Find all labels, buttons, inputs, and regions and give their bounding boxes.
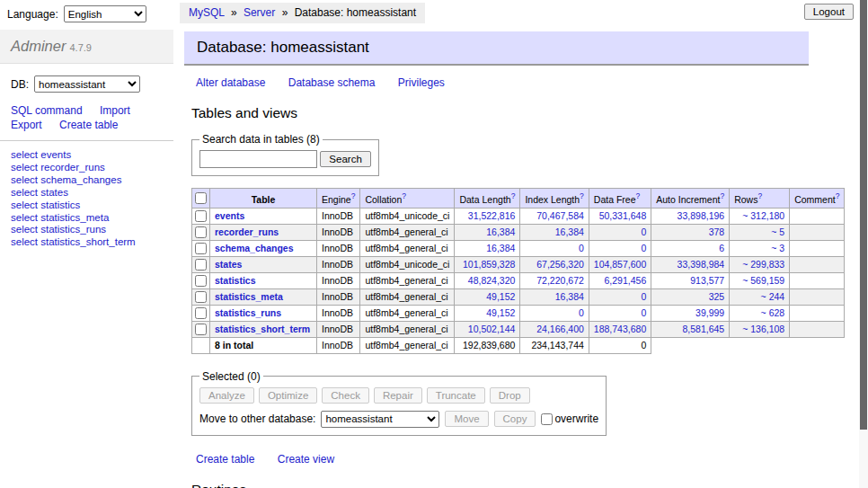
row-checkbox[interactable]	[195, 259, 207, 271]
search-button[interactable]: Search	[320, 151, 370, 167]
data-length-link[interactable]: 16,384	[486, 243, 515, 253]
rows-count-link[interactable]: ~ 3	[771, 243, 784, 253]
auto-increment-link[interactable]: 325	[709, 291, 725, 302]
auto-increment-link[interactable]: 39,999	[695, 307, 724, 318]
index-length-link[interactable]: 70,467,584	[536, 210, 584, 221]
help-link[interactable]: ?	[836, 191, 840, 200]
row-checkbox[interactable]	[195, 291, 207, 303]
data-free-link[interactable]: 188,743,680	[594, 324, 646, 334]
data-free-link[interactable]: 0	[641, 226, 646, 237]
help-link[interactable]: ?	[351, 191, 356, 200]
overwrite-checkbox[interactable]	[541, 413, 553, 425]
auto-increment-link[interactable]: 6	[719, 243, 724, 253]
table-structure-link[interactable]: schema_changes	[40, 174, 121, 185]
data-free-link[interactable]: 0	[641, 243, 646, 253]
select-table-link[interactable]: select	[11, 187, 38, 198]
table-structure-link[interactable]: statistics	[40, 200, 80, 210]
rows-count-link[interactable]: ~ 628	[761, 307, 785, 318]
table-structure-link[interactable]: statistics_runs	[40, 224, 106, 235]
sidebar-action-link[interactable]: SQL command	[11, 104, 83, 117]
table-structure-link[interactable]: statistics_short_term	[40, 236, 135, 247]
table-structure-link[interactable]: statistics_meta	[40, 212, 109, 223]
data-free-link[interactable]: 6,291,456	[605, 275, 647, 286]
rows-count-link[interactable]: ~ 244	[761, 291, 785, 302]
row-checkbox[interactable]	[195, 324, 207, 335]
row-checkbox[interactable]	[195, 226, 207, 238]
create-link[interactable]: Create view	[278, 453, 334, 466]
language-select[interactable]: English	[64, 5, 146, 22]
table-name-link[interactable]: statistics_runs	[215, 307, 281, 318]
index-length-link[interactable]: 0	[579, 307, 584, 318]
table-name-link[interactable]: statistics_short_term	[215, 324, 310, 334]
data-length-link[interactable]: 101,859,328	[463, 259, 515, 270]
data-free-link[interactable]: 0	[641, 307, 646, 318]
sidebar-action-link[interactable]: Import	[100, 104, 130, 117]
breadcrumb-mysql-link[interactable]: MySQL	[189, 6, 225, 19]
data-length-link[interactable]: 31,522,816	[468, 210, 516, 221]
move-db-select[interactable]: homeassistant	[321, 411, 439, 428]
table-name-link[interactable]: schema_changes	[215, 243, 294, 253]
help-link[interactable]: ?	[757, 191, 762, 200]
help-link[interactable]: ?	[720, 191, 724, 200]
data-length-link[interactable]: 49,152	[486, 307, 515, 318]
select-table-link[interactable]: select	[11, 200, 38, 210]
logout-button[interactable]: Logout	[804, 4, 854, 20]
row-checkbox[interactable]	[195, 210, 207, 222]
scrollbar-thumb[interactable]	[860, 0, 867, 430]
table-structure-link[interactable]: states	[40, 187, 68, 198]
auto-increment-link[interactable]: 33,898,196	[678, 210, 725, 221]
rows-count-link[interactable]: ~ 299,833	[742, 259, 784, 270]
rows-count-link[interactable]: ~ 136,108	[742, 324, 784, 334]
table-name-link[interactable]: states	[215, 259, 242, 270]
data-free-link[interactable]: 50,331,648	[599, 210, 647, 221]
db-action-link[interactable]: Alter database	[196, 76, 265, 89]
help-link[interactable]: ?	[580, 191, 584, 200]
create-link[interactable]: Create table	[196, 453, 254, 466]
help-link[interactable]: ?	[402, 191, 406, 200]
auto-increment-link[interactable]: 378	[709, 226, 725, 237]
help-link[interactable]: ?	[636, 191, 641, 200]
select-table-link[interactable]: select	[11, 224, 38, 235]
index-length-link[interactable]: 24,166,400	[536, 324, 584, 334]
data-length-link[interactable]: 16,384	[486, 226, 515, 237]
adminer-logo[interactable]: Adminer	[11, 38, 66, 54]
index-length-link[interactable]: 0	[579, 243, 584, 253]
search-input[interactable]	[199, 150, 317, 168]
rows-count-link[interactable]: ~ 5	[771, 226, 784, 237]
table-name-link[interactable]: recorder_runs	[215, 226, 279, 237]
select-table-link[interactable]: select	[11, 149, 38, 160]
data-length-link[interactable]: 49,152	[486, 291, 515, 302]
data-length-link[interactable]: 10,502,144	[468, 324, 516, 334]
index-length-link[interactable]: 16,384	[555, 291, 584, 302]
data-free-link[interactable]: 0	[641, 291, 646, 302]
data-length-link[interactable]: 48,824,320	[468, 275, 516, 286]
row-checkbox[interactable]	[195, 243, 207, 254]
select-table-link[interactable]: select	[11, 174, 38, 185]
auto-increment-link[interactable]: 8,581,645	[682, 324, 724, 334]
table-structure-link[interactable]: recorder_runs	[40, 162, 105, 173]
breadcrumb-server-link[interactable]: Server	[244, 6, 275, 19]
auto-increment-link[interactable]: 33,398,984	[678, 259, 725, 270]
index-length-link[interactable]: 72,220,672	[536, 275, 584, 286]
help-link[interactable]: ?	[511, 191, 516, 200]
table-structure-link[interactable]: events	[40, 149, 71, 160]
rows-count-link[interactable]: ~ 569,159	[742, 275, 784, 286]
index-length-link[interactable]: 67,256,320	[536, 259, 584, 270]
db-action-link[interactable]: Database schema	[288, 76, 376, 89]
table-name-link[interactable]: statistics_meta	[215, 291, 283, 302]
auto-increment-link[interactable]: 913,577	[690, 275, 724, 286]
rows-count-link[interactable]: ~ 312,180	[742, 210, 784, 221]
db-select[interactable]: homeassistant	[34, 75, 140, 93]
sidebar-action-link[interactable]: Export	[11, 119, 42, 131]
select-table-link[interactable]: select	[11, 236, 38, 247]
table-name-link[interactable]: events	[215, 210, 244, 221]
row-checkbox[interactable]	[195, 275, 207, 287]
select-all-checkbox[interactable]	[195, 192, 207, 204]
select-table-link[interactable]: select	[11, 162, 38, 173]
table-name-link[interactable]: statistics	[215, 275, 256, 286]
row-checkbox[interactable]	[195, 307, 207, 319]
db-action-link[interactable]: Privileges	[398, 76, 445, 89]
data-free-link[interactable]: 104,857,600	[594, 259, 646, 270]
sidebar-action-link[interactable]: Create table	[59, 119, 118, 131]
index-length-link[interactable]: 16,384	[555, 226, 584, 237]
